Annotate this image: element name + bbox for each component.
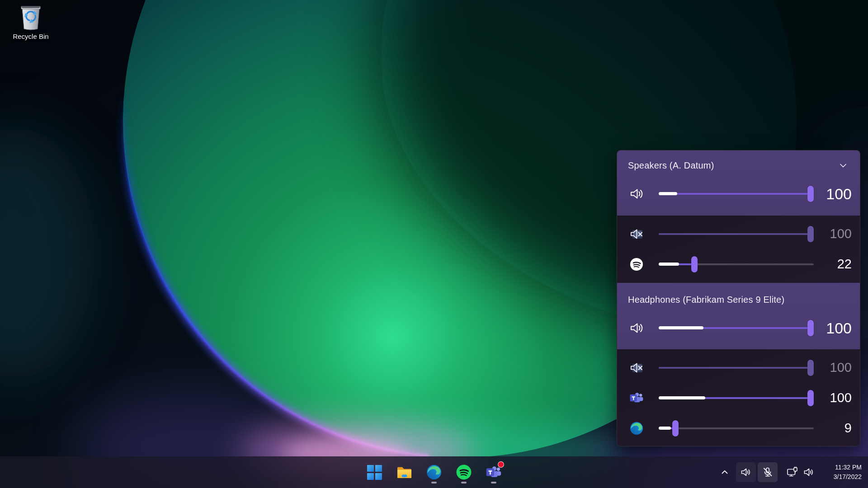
clock[interactable]: 11:32 PM 3/17/2022 [824,463,862,482]
app-volume-row-system-sounds: 100 [617,352,860,383]
system-tray: 11:32 PM 3/17/2022 [716,456,862,488]
device-section-headphones: Headphones (Fabrikam Series 9 Elite) 100 [617,283,860,349]
clock-date: 3/17/2022 [824,472,862,482]
apps-section-headphones: 100 100 [617,349,860,446]
peak-meter [659,427,671,430]
chevron-down-icon [837,160,849,171]
running-indicator [431,482,437,483]
edge-button[interactable] [420,459,448,486]
spotify-icon [456,465,472,480]
recycle-bin[interactable]: Recycle Bin [4,4,58,40]
microphone-muted-button[interactable] [758,462,778,482]
slider-thumb[interactable] [807,360,814,376]
volume-value: 100 [816,185,860,203]
edge-volume-slider[interactable] [659,420,814,436]
network-volume-button[interactable] [781,462,819,482]
volume-value: 9 [816,421,860,436]
recycle-bin-label: Recycle Bin [13,33,48,40]
device-volume-row: 100 [617,172,860,216]
peak-meter [659,263,679,266]
volume-value: 100 [816,319,860,337]
chevron-up-icon [720,467,730,477]
teams-button[interactable] [480,459,507,486]
volume-mixer-panel: Speakers (A. Datum) [617,150,860,446]
speakers-volume-slider[interactable] [659,186,814,202]
running-indicator [491,482,496,483]
teams-icon [628,391,645,405]
system-sounds-muted-icon [628,226,645,242]
device-section-speakers: Speakers (A. Datum) [617,150,860,216]
eartrumpet-tray-button[interactable] [736,462,756,482]
desktop: Recycle Bin Speakers (A. Datum) [0,0,868,488]
device-name: Headphones (Fabrikam Series 9 Elite) [628,295,784,305]
volume-value: 100 [816,390,860,405]
file-explorer-icon [396,465,412,480]
slider-thumb[interactable] [807,226,814,242]
volume-value: 100 [816,226,860,241]
speaker-waves-icon [628,320,645,336]
file-explorer-button[interactable] [391,459,418,486]
volume-value: 100 [816,360,860,375]
spotify-button[interactable] [450,459,477,486]
system-sounds-muted-icon [628,360,645,375]
peak-meter [659,396,705,399]
app-volume-row-system-sounds: 100 [617,219,860,249]
teams-volume-slider[interactable] [659,390,814,406]
network-display-icon [786,466,798,479]
taskbar: 11:32 PM 3/17/2022 [0,456,868,488]
speaker-icon [740,466,752,478]
slider-thumb[interactable] [691,256,698,272]
edge-icon [628,422,645,435]
peak-meter [659,192,677,195]
peak-meter [659,326,703,329]
app-volume-row-spotify: 22 [617,249,860,279]
taskbar-app-group [361,456,507,488]
volume-value: 22 [816,257,860,272]
clock-time: 11:32 PM [824,463,862,472]
slider-thumb[interactable] [807,320,814,336]
apps-section-speakers: 100 22 [617,216,860,283]
speaker-waves-icon [628,186,645,202]
speaker-icon [803,466,815,478]
device-volume-row: 100 [617,306,860,350]
start-icon [367,465,382,480]
slider-thumb[interactable] [807,186,814,202]
microphone-muted-icon [762,466,774,478]
device-expand-button[interactable] [836,160,850,171]
spotify-volume-slider[interactable] [659,256,814,272]
slider-thumb[interactable] [672,420,679,436]
recycle-bin-icon [19,4,43,31]
headphones-volume-slider[interactable] [659,320,814,336]
system-sounds-volume-slider[interactable] [659,360,814,376]
notification-badge [498,461,504,468]
slider-thumb[interactable] [807,390,814,406]
edge-icon [426,465,442,480]
app-volume-row-edge: 9 [617,413,860,443]
device-name: Speakers (A. Datum) [628,160,714,171]
app-volume-row-teams: 100 [617,383,860,413]
start-button[interactable] [361,459,388,486]
system-sounds-volume-slider[interactable] [659,226,814,242]
running-indicator [461,482,467,483]
spotify-icon [628,258,645,271]
tray-overflow-button[interactable] [716,462,733,482]
